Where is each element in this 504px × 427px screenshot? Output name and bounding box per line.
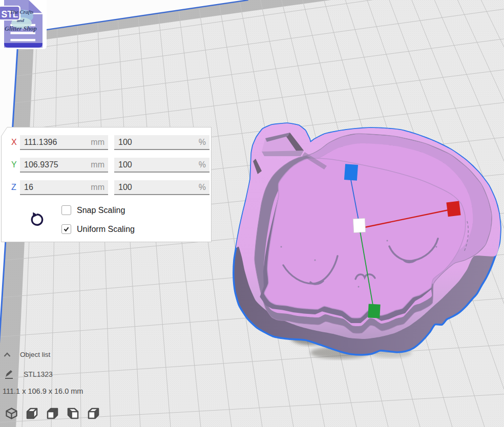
svg-text:Glitter Shop: Glitter Shop [5, 25, 37, 32]
svg-text:The Crafts: The Crafts [10, 9, 33, 15]
svg-text:and: and [17, 18, 25, 23]
